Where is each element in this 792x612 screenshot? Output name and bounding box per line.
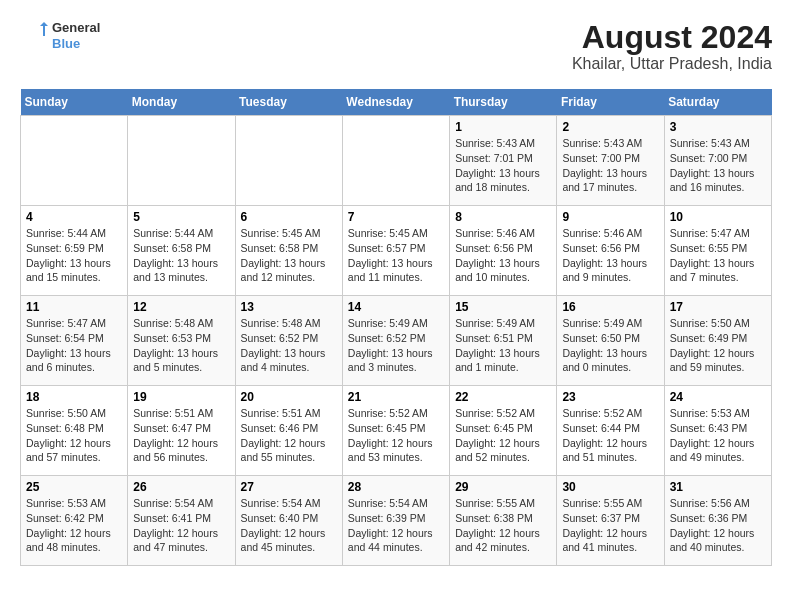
day-info: Sunrise: 5:46 AMSunset: 6:56 PMDaylight:… [455,226,551,285]
day-info: Sunrise: 5:44 AMSunset: 6:58 PMDaylight:… [133,226,229,285]
calendar-week-row: 11Sunrise: 5:47 AMSunset: 6:54 PMDayligh… [21,296,772,386]
page-subtitle: Khailar, Uttar Pradesh, India [572,55,772,73]
day-number: 8 [455,210,551,224]
day-header-tuesday: Tuesday [235,89,342,116]
day-number: 19 [133,390,229,404]
calendar-cell: 15Sunrise: 5:49 AMSunset: 6:51 PMDayligh… [450,296,557,386]
day-number: 18 [26,390,122,404]
calendar-week-row: 25Sunrise: 5:53 AMSunset: 6:42 PMDayligh… [21,476,772,566]
calendar-cell: 14Sunrise: 5:49 AMSunset: 6:52 PMDayligh… [342,296,449,386]
calendar-cell: 27Sunrise: 5:54 AMSunset: 6:40 PMDayligh… [235,476,342,566]
day-header-saturday: Saturday [664,89,771,116]
logo: General Blue [20,20,100,51]
calendar-cell: 23Sunrise: 5:52 AMSunset: 6:44 PMDayligh… [557,386,664,476]
day-number: 12 [133,300,229,314]
day-info: Sunrise: 5:44 AMSunset: 6:59 PMDaylight:… [26,226,122,285]
day-number: 28 [348,480,444,494]
day-header-thursday: Thursday [450,89,557,116]
calendar-cell: 31Sunrise: 5:56 AMSunset: 6:36 PMDayligh… [664,476,771,566]
day-info: Sunrise: 5:49 AMSunset: 6:51 PMDaylight:… [455,316,551,375]
day-number: 24 [670,390,766,404]
day-number: 14 [348,300,444,314]
day-info: Sunrise: 5:51 AMSunset: 6:46 PMDaylight:… [241,406,337,465]
calendar-cell: 5Sunrise: 5:44 AMSunset: 6:58 PMDaylight… [128,206,235,296]
calendar-cell: 24Sunrise: 5:53 AMSunset: 6:43 PMDayligh… [664,386,771,476]
day-number: 4 [26,210,122,224]
day-info: Sunrise: 5:49 AMSunset: 6:50 PMDaylight:… [562,316,658,375]
calendar-cell: 26Sunrise: 5:54 AMSunset: 6:41 PMDayligh… [128,476,235,566]
day-info: Sunrise: 5:49 AMSunset: 6:52 PMDaylight:… [348,316,444,375]
calendar-cell: 16Sunrise: 5:49 AMSunset: 6:50 PMDayligh… [557,296,664,386]
day-number: 1 [455,120,551,134]
day-info: Sunrise: 5:52 AMSunset: 6:45 PMDaylight:… [348,406,444,465]
calendar-cell: 12Sunrise: 5:48 AMSunset: 6:53 PMDayligh… [128,296,235,386]
day-info: Sunrise: 5:54 AMSunset: 6:40 PMDaylight:… [241,496,337,555]
day-number: 20 [241,390,337,404]
day-number: 30 [562,480,658,494]
day-info: Sunrise: 5:50 AMSunset: 6:48 PMDaylight:… [26,406,122,465]
day-number: 23 [562,390,658,404]
day-number: 16 [562,300,658,314]
day-info: Sunrise: 5:43 AMSunset: 7:01 PMDaylight:… [455,136,551,195]
calendar-cell: 4Sunrise: 5:44 AMSunset: 6:59 PMDaylight… [21,206,128,296]
calendar-cell: 11Sunrise: 5:47 AMSunset: 6:54 PMDayligh… [21,296,128,386]
calendar-cell: 6Sunrise: 5:45 AMSunset: 6:58 PMDaylight… [235,206,342,296]
calendar-cell [21,116,128,206]
day-header-sunday: Sunday [21,89,128,116]
day-number: 2 [562,120,658,134]
calendar-cell: 28Sunrise: 5:54 AMSunset: 6:39 PMDayligh… [342,476,449,566]
day-info: Sunrise: 5:43 AMSunset: 7:00 PMDaylight:… [562,136,658,195]
calendar-cell: 1Sunrise: 5:43 AMSunset: 7:01 PMDaylight… [450,116,557,206]
day-header-friday: Friday [557,89,664,116]
calendar-week-row: 4Sunrise: 5:44 AMSunset: 6:59 PMDaylight… [21,206,772,296]
calendar-cell: 22Sunrise: 5:52 AMSunset: 6:45 PMDayligh… [450,386,557,476]
day-number: 17 [670,300,766,314]
day-info: Sunrise: 5:46 AMSunset: 6:56 PMDaylight:… [562,226,658,285]
calendar-cell: 17Sunrise: 5:50 AMSunset: 6:49 PMDayligh… [664,296,771,386]
calendar-cell [128,116,235,206]
calendar-cell: 19Sunrise: 5:51 AMSunset: 6:47 PMDayligh… [128,386,235,476]
day-number: 13 [241,300,337,314]
calendar-cell [342,116,449,206]
day-info: Sunrise: 5:53 AMSunset: 6:42 PMDaylight:… [26,496,122,555]
logo-general: General [52,20,100,36]
calendar-cell: 8Sunrise: 5:46 AMSunset: 6:56 PMDaylight… [450,206,557,296]
logo-text: General Blue [52,20,100,51]
day-number: 29 [455,480,551,494]
day-number: 22 [455,390,551,404]
logo-blue: Blue [52,36,100,52]
header: General Blue August 2024 Khailar, Uttar … [20,20,772,73]
day-info: Sunrise: 5:47 AMSunset: 6:55 PMDaylight:… [670,226,766,285]
day-info: Sunrise: 5:47 AMSunset: 6:54 PMDaylight:… [26,316,122,375]
calendar-cell: 18Sunrise: 5:50 AMSunset: 6:48 PMDayligh… [21,386,128,476]
day-number: 3 [670,120,766,134]
calendar-cell: 30Sunrise: 5:55 AMSunset: 6:37 PMDayligh… [557,476,664,566]
calendar-cell: 20Sunrise: 5:51 AMSunset: 6:46 PMDayligh… [235,386,342,476]
calendar-cell: 9Sunrise: 5:46 AMSunset: 6:56 PMDaylight… [557,206,664,296]
day-number: 7 [348,210,444,224]
calendar-cell: 21Sunrise: 5:52 AMSunset: 6:45 PMDayligh… [342,386,449,476]
calendar-cell: 29Sunrise: 5:55 AMSunset: 6:38 PMDayligh… [450,476,557,566]
day-number: 21 [348,390,444,404]
day-info: Sunrise: 5:43 AMSunset: 7:00 PMDaylight:… [670,136,766,195]
day-info: Sunrise: 5:54 AMSunset: 6:39 PMDaylight:… [348,496,444,555]
day-number: 9 [562,210,658,224]
day-info: Sunrise: 5:53 AMSunset: 6:43 PMDaylight:… [670,406,766,465]
day-info: Sunrise: 5:52 AMSunset: 6:44 PMDaylight:… [562,406,658,465]
day-info: Sunrise: 5:45 AMSunset: 6:58 PMDaylight:… [241,226,337,285]
calendar-cell [235,116,342,206]
calendar-week-row: 18Sunrise: 5:50 AMSunset: 6:48 PMDayligh… [21,386,772,476]
day-info: Sunrise: 5:48 AMSunset: 6:52 PMDaylight:… [241,316,337,375]
day-number: 6 [241,210,337,224]
calendar-cell: 2Sunrise: 5:43 AMSunset: 7:00 PMDaylight… [557,116,664,206]
logo-container: General Blue [20,20,100,51]
page-title: August 2024 [572,20,772,55]
day-number: 10 [670,210,766,224]
day-number: 31 [670,480,766,494]
day-info: Sunrise: 5:48 AMSunset: 6:53 PMDaylight:… [133,316,229,375]
svg-marker-1 [40,22,48,26]
day-info: Sunrise: 5:51 AMSunset: 6:47 PMDaylight:… [133,406,229,465]
day-info: Sunrise: 5:52 AMSunset: 6:45 PMDaylight:… [455,406,551,465]
calendar-cell: 3Sunrise: 5:43 AMSunset: 7:00 PMDaylight… [664,116,771,206]
day-number: 15 [455,300,551,314]
